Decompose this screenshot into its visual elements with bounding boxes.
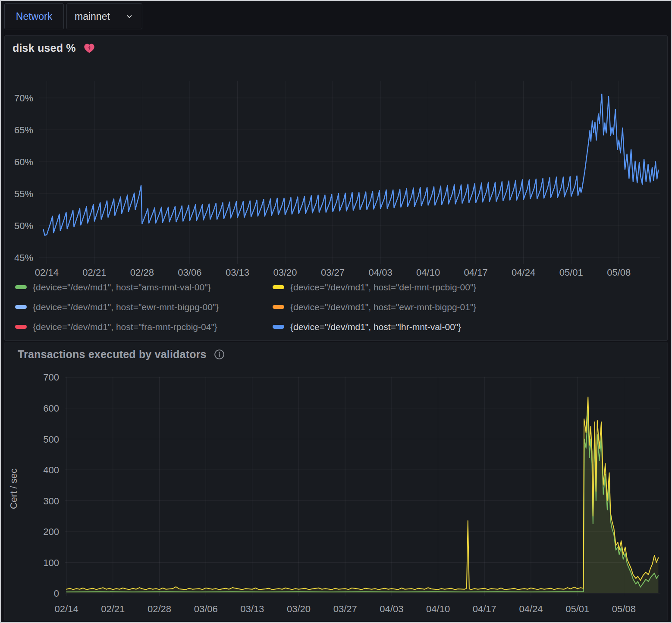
legend-item-fra-mnt-rpcbig-04[interactable]: {device="/dev/md1", host="fra-mnt-rpcbig… — [15, 320, 273, 334]
panel-disk-header: disk used % — [13, 42, 96, 54]
svg-text:02/14: 02/14 — [35, 267, 59, 278]
svg-text:04/10: 04/10 — [426, 604, 450, 614]
y-axis-title-text: Cert / sec — [8, 469, 19, 509]
series-color-swatch — [15, 305, 27, 309]
svg-text:70%: 70% — [14, 93, 33, 104]
svg-text:0: 0 — [54, 588, 59, 599]
broken-heart-icon — [83, 42, 96, 54]
panel-transactions: Transactions executed by validators Cert… — [4, 342, 668, 621]
network-variable-label-text: Network — [16, 11, 52, 22]
legend-item-lhr-mnt-val-00[interactable]: {device="/dev/md1", host="lhr-mnt-val-00… — [273, 320, 476, 334]
legend-item-ewr-mnt-bigpg-01[interactable]: {device="/dev/md1", host="ewr-mnt-bigpg-… — [273, 300, 476, 314]
svg-text:04/03: 04/03 — [380, 604, 403, 614]
panel-transactions-title[interactable]: Transactions executed by validators — [18, 348, 207, 361]
svg-text:400: 400 — [43, 465, 59, 475]
svg-text:03/27: 03/27 — [333, 604, 357, 614]
legend-item-ams-mnt-val-00[interactable]: {device="/dev/md1", host="ams-mnt-val-00… — [15, 280, 273, 294]
info-icon[interactable] — [214, 349, 225, 360]
svg-text:300: 300 — [43, 496, 59, 507]
legend-label: {device="/dev/md1", host="ewr-mnt-bigpg-… — [33, 302, 219, 312]
svg-text:02/28: 02/28 — [130, 267, 154, 278]
svg-text:700: 700 — [43, 372, 59, 383]
svg-text:05/08: 05/08 — [612, 604, 636, 614]
svg-text:05/01: 05/01 — [565, 604, 589, 614]
legend-item-del-mnt-rpcbig-00[interactable]: {device="/dev/md1", host="del-mnt-rpcbig… — [273, 280, 476, 294]
panel-disk-used: disk used % 45%50%55%60%65%70%02/1402/21… — [4, 35, 668, 341]
legend-label: {device="/dev/md1", host="ams-mnt-val-00… — [33, 282, 211, 293]
panel-disk-title[interactable]: disk used % — [13, 42, 76, 54]
svg-text:04/17: 04/17 — [473, 604, 496, 614]
network-variable-dropdown[interactable]: mainnet — [66, 3, 142, 29]
chevron-down-icon — [125, 12, 134, 21]
svg-text:45%: 45% — [14, 252, 33, 263]
svg-text:04/17: 04/17 — [464, 267, 488, 278]
svg-text:04/03: 04/03 — [369, 267, 393, 278]
svg-text:05/01: 05/01 — [559, 267, 583, 278]
svg-text:04/10: 04/10 — [416, 267, 440, 278]
series-color-swatch — [15, 325, 27, 329]
panel-transactions-header: Transactions executed by validators — [13, 348, 225, 361]
svg-text:60%: 60% — [14, 157, 33, 167]
network-variable-label[interactable]: Network — [4, 3, 64, 29]
svg-text:50%: 50% — [14, 220, 33, 231]
svg-text:200: 200 — [43, 526, 59, 537]
series-color-swatch — [273, 305, 284, 309]
series-color-swatch — [273, 325, 284, 329]
series-color-swatch — [273, 285, 284, 289]
svg-text:03/13: 03/13 — [240, 604, 264, 614]
svg-text:600: 600 — [43, 403, 59, 414]
legend-label: {device="/dev/md1", host="ewr-mnt-bigpg-… — [290, 302, 476, 312]
series-color-swatch — [15, 285, 27, 289]
svg-text:500: 500 — [43, 434, 59, 445]
svg-text:04/24: 04/24 — [519, 604, 543, 614]
legend-label: {device="/dev/md1", host="lhr-mnt-val-00… — [290, 322, 461, 332]
svg-text:02/28: 02/28 — [148, 604, 171, 614]
svg-text:03/20: 03/20 — [287, 604, 311, 614]
svg-text:04/24: 04/24 — [512, 267, 535, 278]
svg-text:65%: 65% — [14, 125, 33, 135]
legend-label: {device="/dev/md1", host="del-mnt-rpcbig… — [290, 282, 476, 293]
svg-text:100: 100 — [43, 557, 59, 568]
legend-item-ewr-mnt-bigpg-00[interactable]: {device="/dev/md1", host="ewr-mnt-bigpg-… — [15, 300, 273, 314]
grafana-dashboard: Network mainnet disk used % 45%50%55%60%… — [0, 0, 672, 623]
svg-text:05/08: 05/08 — [607, 267, 631, 278]
network-variable-value: mainnet — [75, 11, 110, 22]
transactions-chart[interactable]: 010020030040050060070002/1402/2102/2803/… — [5, 342, 667, 621]
svg-text:03/20: 03/20 — [273, 267, 297, 278]
svg-text:03/06: 03/06 — [178, 267, 201, 278]
svg-text:03/13: 03/13 — [226, 267, 249, 278]
svg-text:55%: 55% — [14, 189, 33, 199]
svg-text:02/14: 02/14 — [55, 604, 79, 614]
svg-text:03/27: 03/27 — [321, 267, 345, 278]
svg-text:02/21: 02/21 — [101, 604, 125, 614]
legend-label: {device="/dev/md1", host="fra-mnt-rpcbig… — [33, 322, 217, 332]
disk-chart-legend: {device="/dev/md1", host="ams-mnt-val-00… — [15, 280, 476, 334]
variable-toolbar: Network mainnet — [1, 1, 671, 35]
svg-text:03/06: 03/06 — [194, 604, 218, 614]
svg-text:02/21: 02/21 — [82, 267, 106, 278]
